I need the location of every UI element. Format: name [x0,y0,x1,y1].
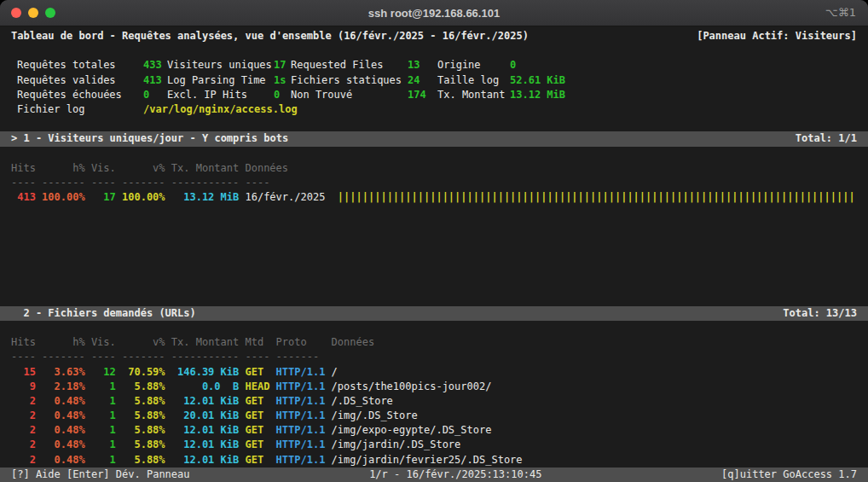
help-hint: [?] Aide [Enter] Dév. Panneau [11,467,190,482]
column-header-tx: Tx. Montant [171,161,239,176]
window-titlebar[interactable]: ssh root@192.168.66.101 ⌥⌘1 [0,0,868,26]
blank-line [0,117,868,131]
column-header-visitors-pct: v% [122,335,165,350]
visitors-percent: 70.59% [122,365,165,380]
tx-amount: 12.01 KiB [171,453,239,467]
zoom-button[interactable] [45,8,55,18]
visitors-percent: 5.88% [122,453,165,467]
tx-amount: 146.39 KiB [171,365,239,380]
url-table-row[interactable]: 20.48%15.88%12.01 KiBGETHTTP/1.1/img/jar… [0,453,868,467]
column-header-method: Mtd [245,335,269,350]
divider: ------- [122,350,165,364]
panel1-title: > 1 - Visiteurs uniques/jour - Y compris… [11,131,288,146]
column-header-visitors-pct: v% [122,161,165,176]
summary-row-valid: Requêtes valides413Log Parsing Time1sFic… [0,73,868,88]
visitors-value: 1 [91,423,116,438]
visitors-value: 1 [91,453,116,467]
date-value: 16/févr./2025 [245,190,325,205]
panel2-header-bar[interactable]: 2 - Fichiers demandés (URLs)Total: 13/13 [0,306,868,321]
divider: ------- [276,350,326,364]
panel2-total: Total: 13/13 [783,306,857,321]
url-value: /img/jardin/fevrier25/.DS_Store [332,453,523,467]
stat-label: Non Trouvé [291,88,408,102]
url-value: /img/.DS_Store [332,409,418,423]
column-header-tx: Tx. Montant [171,335,239,350]
visitors-value: 1 [91,394,116,409]
terminal-screen[interactable]: Tableau de bord - Requêtes analysées, vu… [0,26,868,482]
url-table-row[interactable]: 20.48%15.88%12.01 KiBGETHTTP/1.1/img/jar… [0,438,868,452]
http-protocol: HTTP/1.1 [276,423,326,438]
summary-row-logfile: Fichier log/var/log/nginx/access.log [0,102,868,117]
divider: ---- [11,350,36,364]
url-value: /img/expo-egypte/.DS_Store [332,423,492,438]
visitors-percent: 5.88% [122,409,165,423]
dashboard-title: Tableau de bord - Requêtes analysées, vu… [11,29,529,44]
http-method: GET [245,409,269,423]
column-header-hits: Hits [11,335,36,350]
visitors-value: 12 [91,365,116,380]
stat-label: Fichier log [17,102,143,117]
divider: ---- [91,176,116,190]
close-button[interactable] [11,8,21,18]
stat-value: 0 [274,88,291,102]
divider: ----------- [171,176,239,190]
column-header-visitors: Vis. [91,161,116,176]
hits-value: 2 [11,423,36,438]
panel1-header-bar[interactable]: > 1 - Visiteurs uniques/jour - Y compris… [0,131,868,146]
bar-chart: ||||||||||||||||||||||||||||||||||||||||… [338,190,855,205]
http-protocol: HTTP/1.1 [276,394,326,409]
url-table-row[interactable]: 20.48%15.88%20.01 KiBGETHTTP/1.1/img/.DS… [0,409,868,423]
http-method: HEAD [245,380,269,394]
http-protocol: HTTP/1.1 [276,365,326,380]
stat-label: Origine [437,58,510,73]
panel1-data-row[interactable]: 413100.00%17100.00%13.12 MiB16/févr./202… [0,190,868,205]
stat-label: Requêtes totales [17,58,143,73]
status-bar: [?] Aide [Enter] Dév. Panneau1/r - 16/fé… [0,467,868,482]
column-header-data: Données [332,335,375,350]
stat-value: 24 [408,73,437,88]
minimize-button[interactable] [28,8,38,18]
divider: ---- [91,350,116,364]
visitors-value: 17 [91,190,116,205]
hits-value: 15 [11,365,36,380]
tx-amount: 13.12 MiB [171,190,239,205]
stat-label: Requested Files [291,58,408,73]
stat-value: 413 [143,73,167,88]
stat-value: 52.61 KiB [510,73,565,88]
active-panel-indicator: [Panneau Actif: Visiteurs] [697,29,857,44]
quit-hint: [q]uitter GoAccess 1.7 [721,467,857,482]
url-table-row[interactable]: 92.18%15.88%0.0 BHEADHTTP/1.1/posts/the1… [0,380,868,394]
panel1-divider-row: ------------------------------------- [0,176,868,190]
divider: ------- [122,176,165,190]
divider: ---- [245,176,269,190]
panel1-total: Total: 1/1 [796,131,857,146]
url-table-row[interactable]: 20.48%15.88%12.01 KiBGETHTTP/1.1/img/exp… [0,423,868,438]
stat-label: Tx. Montant [437,88,510,102]
divider: ---- [245,350,269,364]
visitors-value: 1 [91,380,116,394]
url-value: /img/jardin/.DS_Store [332,438,461,452]
stat-value: 0 [510,58,516,73]
divider: ----------- [171,350,239,364]
hits-value: 2 [11,394,36,409]
column-header-protocol: Proto [276,335,326,350]
hits-percent: 0.48% [42,409,85,423]
stat-label: Taille log [437,73,510,88]
url-table-row[interactable]: 153.63%1270.59%146.39 KiBGETHTTP/1.1/ [0,365,868,380]
tx-amount: 0.0 B [171,380,239,394]
stat-value: 13 [408,58,437,73]
url-table-row[interactable]: 20.48%15.88%12.01 KiBGETHTTP/1.1/.DS_Sto… [0,394,868,409]
hits-value: 9 [11,380,36,394]
window-shortcut-hint: ⌥⌘1 [825,0,856,26]
stat-label: Fichiers statiques [291,73,408,88]
http-protocol: HTTP/1.1 [276,380,326,394]
stat-value: 1s [274,73,291,88]
divider: ------- [42,350,85,364]
summary-row-totals: Requêtes totales433Visiteurs uniques17Re… [0,58,868,73]
hits-percent: 3.63% [42,365,85,380]
stat-label: Requêtes échouées [17,88,143,102]
visitors-percent: 5.88% [122,423,165,438]
tx-amount: 12.01 KiB [171,423,239,438]
http-method: GET [245,438,269,452]
panel1-column-headers: Hitsh%Vis.v%Tx. MontantDonnées [0,161,868,176]
